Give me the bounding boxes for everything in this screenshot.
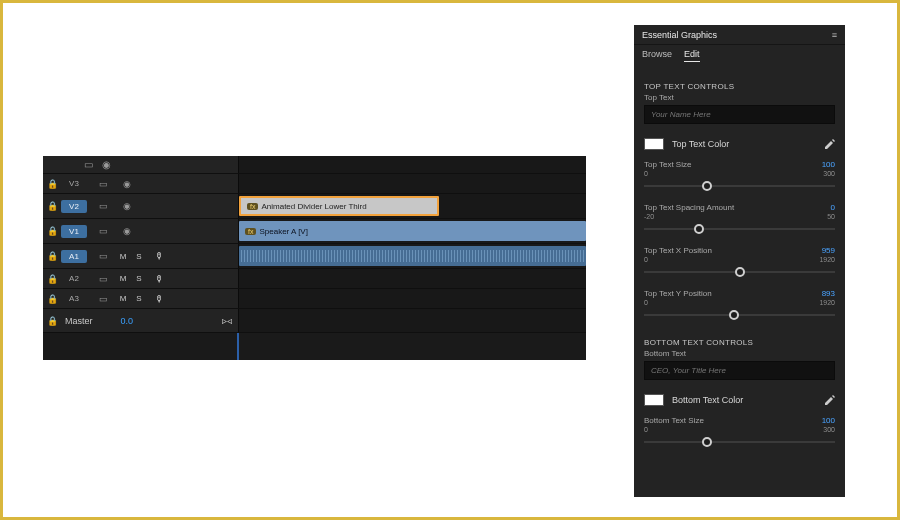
lock-icon[interactable]: 🔒 [43, 294, 61, 304]
slider-track[interactable] [644, 435, 835, 449]
slider-label: Top Text Spacing Amount [644, 203, 734, 212]
track-filmstrip-icon[interactable]: ▭ [93, 294, 113, 304]
slider-value[interactable]: 100 [822, 160, 835, 169]
track-name-v3[interactable]: V3 [61, 179, 87, 188]
track-name-v2[interactable]: V2 [61, 200, 87, 213]
slider-value[interactable]: 959 [822, 246, 835, 255]
track-v3[interactable]: 🔒 V3 ▭ ◉ [43, 174, 586, 194]
slider-label: Top Text Size [644, 160, 691, 169]
top-slider-2: Top Text X Position95901920 [644, 246, 835, 279]
slider-track[interactable] [644, 265, 835, 279]
section-bottom-text: BOTTOM TEXT CONTROLS [644, 338, 835, 347]
lock-icon[interactable]: 🔒 [43, 226, 61, 236]
clip-label: Speaker A [V] [259, 227, 307, 236]
eyedropper-icon[interactable] [824, 395, 835, 406]
clip-graphic-lower-third[interactable]: fx Animated Divider Lower Third [239, 196, 439, 216]
track-filmstrip-icon[interactable]: ▭ [93, 226, 113, 236]
track-filmstrip-icon[interactable]: ▭ [79, 159, 97, 170]
track-v2[interactable]: 🔒 V2 ▭ ◉ fx Animated Divider Lower Third [43, 194, 586, 219]
waveform [241, 250, 584, 262]
track-v1[interactable]: 🔒 V1 ▭ ◉ fx Speaker A [V] [43, 219, 586, 244]
mic-icon[interactable]: 🎙 [149, 274, 169, 284]
panel-body: TOP TEXT CONTROLS Top Text Top Text Colo… [634, 68, 845, 497]
top-text-color-swatch[interactable] [644, 138, 664, 150]
panel-tabs: Browse Edit [634, 45, 845, 68]
slider-min: -20 [644, 213, 654, 220]
top-text-color-label: Top Text Color [672, 139, 729, 149]
slider-track[interactable] [644, 308, 835, 322]
fx-badge-icon: fx [245, 228, 256, 235]
slider-track[interactable] [644, 222, 835, 236]
mute-toggle[interactable]: M [117, 294, 129, 303]
slider-track[interactable] [644, 179, 835, 193]
tab-edit[interactable]: Edit [684, 49, 700, 62]
track-name-v1[interactable]: V1 [61, 225, 87, 238]
lock-icon[interactable]: 🔒 [43, 251, 61, 261]
top-text-input[interactable] [644, 105, 835, 124]
solo-toggle[interactable]: S [133, 274, 145, 283]
track-filmstrip-icon[interactable]: ▭ [93, 201, 113, 211]
mute-toggle[interactable]: M [117, 274, 129, 283]
lock-icon[interactable]: 🔒 [43, 179, 61, 189]
mic-icon[interactable]: 🎙 [149, 251, 169, 261]
slider-min: 0 [644, 426, 648, 433]
slider-label: Top Text X Position [644, 246, 712, 255]
top-text-label: Top Text [644, 93, 835, 102]
mute-toggle[interactable]: M [117, 252, 129, 261]
slider-value[interactable]: 0 [831, 203, 835, 212]
solo-toggle[interactable]: S [133, 294, 145, 303]
track-filmstrip-icon[interactable]: ▭ [93, 274, 113, 284]
panel-menu-icon[interactable]: ≡ [832, 30, 837, 40]
mic-icon[interactable]: 🎙 [149, 294, 169, 304]
top-text-color-row: Top Text Color [644, 138, 835, 150]
track-filmstrip-icon[interactable]: ▭ [93, 251, 113, 261]
track-a3[interactable]: 🔒 A3 ▭ M S 🎙 [43, 289, 586, 309]
slider-value[interactable]: 100 [822, 416, 835, 425]
clip-video-speaker-a[interactable]: fx Speaker A [V] [239, 221, 586, 241]
track-eye-icon[interactable]: ◉ [117, 226, 137, 236]
track-master[interactable]: 🔒 Master 0.0 ▹◃ [43, 309, 586, 333]
fx-badge-icon: fx [247, 203, 258, 210]
timeline-toggle-row: ▭ ◉ [43, 156, 586, 174]
bottom-text-color-row: Bottom Text Color [644, 394, 835, 406]
bottom-text-input[interactable] [644, 361, 835, 380]
clip-audio-a1[interactable] [239, 246, 586, 266]
track-eye-icon[interactable]: ◉ [117, 201, 137, 211]
slider-value[interactable]: 893 [822, 289, 835, 298]
lock-icon[interactable]: 🔒 [43, 316, 61, 326]
bottom-text-color-swatch[interactable] [644, 394, 664, 406]
track-filmstrip-icon[interactable]: ▭ [93, 179, 113, 189]
panel-title: Essential Graphics [642, 30, 717, 40]
eyedropper-icon[interactable] [824, 139, 835, 150]
lock-icon[interactable]: 🔒 [43, 274, 61, 284]
master-value[interactable]: 0.0 [121, 316, 134, 326]
slider-max: 1920 [819, 299, 835, 306]
bottom-text-color-label: Bottom Text Color [672, 395, 743, 405]
top-slider-0: Top Text Size1000300 [644, 160, 835, 193]
track-name-a3[interactable]: A3 [61, 294, 87, 303]
bottom-text-label: Bottom Text [644, 349, 835, 358]
track-eye-icon[interactable]: ◉ [97, 159, 115, 170]
track-a2[interactable]: 🔒 A2 ▭ M S 🎙 [43, 269, 586, 289]
essential-graphics-panel: Essential Graphics ≡ Browse Edit TOP TEX… [634, 25, 845, 497]
slider-thumb[interactable] [729, 310, 739, 320]
lock-icon[interactable]: 🔒 [43, 201, 61, 211]
tab-browse[interactable]: Browse [642, 49, 672, 62]
solo-toggle[interactable]: S [133, 252, 145, 261]
slider-min: 0 [644, 170, 648, 177]
collapse-icon[interactable]: ▹◃ [222, 315, 232, 326]
slider-thumb[interactable] [694, 224, 704, 234]
master-label: Master [65, 316, 93, 326]
slider-thumb[interactable] [702, 181, 712, 191]
slider-max: 300 [823, 170, 835, 177]
slider-min: 0 [644, 256, 648, 263]
track-name-a1[interactable]: A1 [61, 250, 87, 263]
slider-thumb[interactable] [735, 267, 745, 277]
slider-thumb[interactable] [702, 437, 712, 447]
app-frame: ▭ ◉ 🔒 V3 ▭ ◉ 🔒 V2 ▭ [0, 0, 900, 520]
track-eye-icon[interactable]: ◉ [117, 179, 137, 189]
panel-titlebar: Essential Graphics ≡ [634, 25, 845, 45]
top-slider-1: Top Text Spacing Amount0-2050 [644, 203, 835, 236]
track-a1[interactable]: 🔒 A1 ▭ M S 🎙 [43, 244, 586, 269]
track-name-a2[interactable]: A2 [61, 274, 87, 283]
